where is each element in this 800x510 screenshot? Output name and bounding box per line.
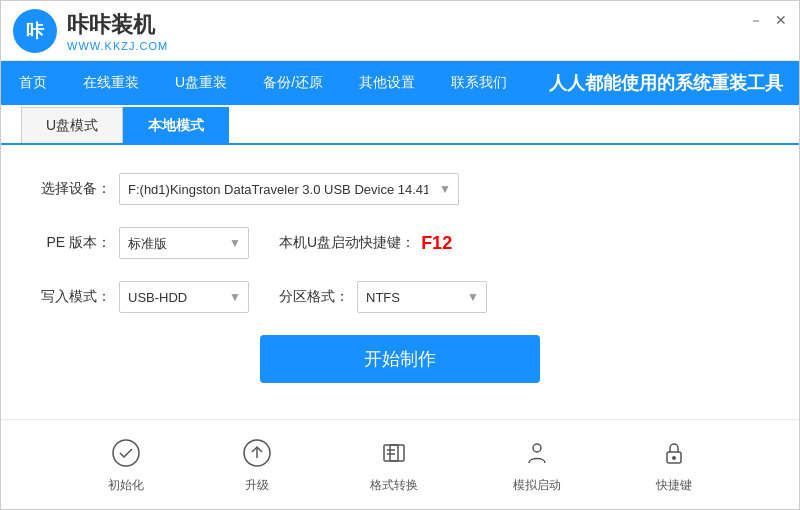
tool-sim-boot-label: 模拟启动	[513, 477, 561, 494]
format-icon	[376, 435, 412, 471]
svg-rect-4	[390, 445, 404, 461]
nav-item-settings[interactable]: 其他设置	[341, 61, 433, 105]
tabs-area: U盘模式 本地模式	[1, 105, 799, 145]
app-window: 咔 咔咔装机 WWW.KKZJ.COM － ✕ 首页 在线重装 U盘重装 备份/	[0, 0, 800, 510]
partition-select[interactable]: NTFS	[357, 281, 487, 313]
nav-item-home[interactable]: 首页	[1, 61, 65, 105]
write-label: 写入模式：	[41, 288, 111, 306]
tool-shortcut[interactable]: 快捷键	[656, 435, 692, 494]
partition-select-wrapper: NTFS ▼	[357, 281, 487, 313]
svg-rect-3	[384, 445, 398, 461]
tab-local-mode[interactable]: 本地模式	[123, 107, 229, 143]
logo-text: 咔咔装机 WWW.KKZJ.COM	[67, 10, 168, 52]
pe-select-wrapper: 标准版 ▼	[119, 227, 249, 259]
tool-format-label: 格式转换	[370, 477, 418, 494]
device-row: 选择设备： F:(hd1)Kingston DataTraveler 3.0 U…	[41, 173, 759, 205]
device-label: 选择设备：	[41, 180, 111, 198]
write-select[interactable]: USB-HDD	[119, 281, 249, 313]
window-controls: － ✕	[749, 13, 787, 27]
nav-slogan: 人人都能使用的系统重装工具	[549, 71, 783, 95]
person-icon	[519, 435, 555, 471]
device-select[interactable]: F:(hd1)Kingston DataTraveler 3.0 USB Dev…	[119, 173, 459, 205]
tool-format[interactable]: 格式转换	[370, 435, 418, 494]
lock-icon	[656, 435, 692, 471]
hotkey-label: 本机U盘启动快捷键：	[279, 234, 415, 252]
minimize-button[interactable]: －	[749, 13, 763, 27]
tool-upgrade[interactable]: 升级	[239, 435, 275, 494]
main-content: 选择设备： F:(hd1)Kingston DataTraveler 3.0 U…	[1, 145, 799, 419]
svg-point-7	[533, 444, 541, 452]
nav-item-backup[interactable]: 备份/还原	[245, 61, 341, 105]
pe-select[interactable]: 标准版	[119, 227, 249, 259]
device-select-wrapper: F:(hd1)Kingston DataTraveler 3.0 USB Dev…	[119, 173, 459, 205]
upload-icon	[239, 435, 275, 471]
pe-row: PE 版本： 标准版 ▼ 本机U盘启动快捷键： F12	[41, 227, 759, 259]
titlebar: 咔 咔咔装机 WWW.KKZJ.COM － ✕	[1, 1, 799, 61]
tool-init-label: 初始化	[108, 477, 144, 494]
tool-init[interactable]: 初始化	[108, 435, 144, 494]
logo-char: 咔	[26, 19, 44, 43]
tool-upgrade-label: 升级	[245, 477, 269, 494]
tool-sim-boot[interactable]: 模拟启动	[513, 435, 561, 494]
pe-label: PE 版本：	[41, 234, 111, 252]
nav-item-contact[interactable]: 联系我们	[433, 61, 525, 105]
hotkey-value: F12	[421, 233, 452, 254]
write-row: 写入模式： USB-HDD ▼ 分区格式： NTFS ▼	[41, 281, 759, 313]
partition-label: 分区格式：	[279, 288, 349, 306]
logo-area: 咔 咔咔装机 WWW.KKZJ.COM	[13, 9, 168, 53]
app-subtitle: WWW.KKZJ.COM	[67, 40, 168, 52]
bottom-toolbar: 初始化 升级 格式转换	[1, 419, 799, 509]
app-logo-icon: 咔	[13, 9, 57, 53]
nav-items: 首页 在线重装 U盘重装 备份/还原 其他设置 联系我们	[1, 61, 525, 105]
app-name: 咔咔装机	[67, 10, 168, 40]
svg-point-0	[113, 440, 139, 466]
navbar: 首页 在线重装 U盘重装 备份/还原 其他设置 联系我们 人人都能使用的系统重装…	[1, 61, 799, 105]
write-select-wrapper: USB-HDD ▼	[119, 281, 249, 313]
nav-item-usb[interactable]: U盘重装	[157, 61, 245, 105]
check-circle-icon	[108, 435, 144, 471]
tab-usb-mode[interactable]: U盘模式	[21, 107, 123, 143]
nav-item-online[interactable]: 在线重装	[65, 61, 157, 105]
close-button[interactable]: ✕	[775, 13, 787, 27]
start-button[interactable]: 开始制作	[260, 335, 540, 383]
svg-point-9	[672, 456, 676, 460]
tool-shortcut-label: 快捷键	[656, 477, 692, 494]
